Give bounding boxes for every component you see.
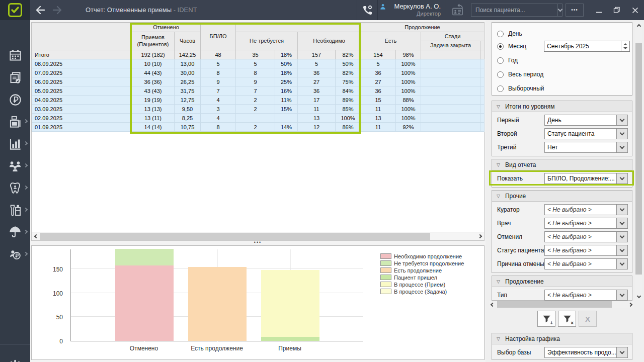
scroll-right-icon[interactable] [627,301,634,308]
section-header-continuation[interactable]: ▽Продолжение [492,276,632,287]
filter-horizontal-scrollbar[interactable] [489,301,634,308]
scrollbar-thumb[interactable] [635,43,642,275]
table-horizontal-scrollbar[interactable] [32,232,484,240]
table-cell: 10 (10) [132,59,175,68]
chevron-down-icon[interactable] [616,173,628,184]
sidebar-item-schedule[interactable] [0,44,30,66]
table-row[interactable]: 05.09.202543 (43)31,757716%3684%36100% [32,86,485,96]
bar-segment [115,249,174,265]
chevron-down-icon[interactable] [557,4,562,16]
chevron-down-icon[interactable] [616,258,628,269]
bar-segment [188,267,247,341]
sidebar-item-reports[interactable] [0,133,30,155]
scroll-left-icon[interactable] [32,232,40,240]
level2-select[interactable]: Статус пациента [544,128,620,139]
column-header-stadi[interactable]: Стади [421,32,485,41]
scroll-down-icon[interactable] [635,292,642,300]
column-header-bplo[interactable]: БП/ЛО [201,23,236,50]
chevron-down-icon[interactable] [616,142,628,153]
table-row[interactable]: 07.09.202544 (43)30,008818%3682%36100% [32,68,485,77]
section-header-report-view[interactable]: ▽Вид отчета [492,159,632,170]
chevron-down-icon[interactable] [616,245,628,256]
chevron-down-icon[interactable] [616,290,628,301]
sidebar-item-treatment[interactable] [0,177,30,199]
patient-status-select[interactable]: < Не выбрано > [544,245,620,256]
show-select[interactable]: БП/ЛО, Продолжение:... [544,173,620,184]
radio-day[interactable]: День [497,30,522,38]
chevron-down-icon[interactable] [616,128,628,139]
chevron-down-icon[interactable] [616,115,628,126]
column-header-ne-trebuetsya[interactable]: Не требуется [236,32,298,50]
panel-splitter[interactable]: ••• [31,241,485,245]
table-row-total[interactable]: Итого192 (182)142,25483518%15782%15498% [32,50,485,59]
minimize-icon[interactable] [590,0,608,20]
sidebar-item-salary[interactable] [0,243,30,265]
scrollbar-thumb[interactable] [497,301,612,308]
sidebar-item-insurance[interactable] [0,221,30,243]
radio-month[interactable]: Месяц [497,42,526,50]
column-header-neobhodimo[interactable]: Необходимо [298,32,361,50]
column-header-chasov[interactable]: Часов [175,32,201,50]
spinner-buttons[interactable] [621,41,629,51]
scroll-right-icon[interactable] [475,232,484,240]
sidebar-item-payments[interactable] [0,88,30,111]
filter-vertical-scrollbar[interactable] [635,22,642,300]
chevron-down-icon[interactable] [616,218,628,229]
table-row[interactable]: 08.09.202510 (10)13,005550%550%5100% [32,59,485,68]
type-select[interactable]: < Не выбрано > [544,290,620,301]
sidebar-item-tasks[interactable] [0,66,30,88]
section-header-levels[interactable]: ▽Итоги по уровням [492,101,632,112]
section-header-chart-settings[interactable]: ▽Настройка графика [492,333,632,344]
level3-select[interactable]: Нет [544,142,620,153]
scrollbar-thumb[interactable] [40,233,430,240]
sidebar-item-patients[interactable] [0,155,30,177]
spin-up-icon[interactable] [623,43,627,45]
column-group-prodolzhenie[interactable]: Продолжение [361,23,485,32]
doctor-select[interactable]: < Не выбрано > [544,218,620,229]
patient-card-icon[interactable] [447,0,469,20]
radio-custom[interactable]: Выборочный [497,84,544,93]
app-logo[interactable] [0,0,30,20]
table-row[interactable]: 02.09.202513 (11)8,25413100%13100% [32,114,485,123]
cancel-reason-select[interactable]: < Не выбрано > [544,258,620,269]
table-row[interactable]: 03.09.202513 (13)9,503215%1185%11100% [32,105,485,114]
current-user[interactable]: Меркулов А. О. Директор [378,0,441,20]
sidebar-item-medicine[interactable] [0,199,30,221]
level1-select[interactable]: День [544,115,620,126]
column-group-otmeneno[interactable]: Отменено [132,23,201,32]
sidebar-item-settings[interactable] [0,355,30,362]
table-row[interactable]: 04.09.202519 (19)12,754211%1789%1588% [32,96,485,105]
curator-select[interactable]: < Не выбрано > [544,204,620,215]
column-header-priemov[interactable]: Приемов (Пациентов) [132,32,175,50]
table-cell [236,114,275,123]
table-cell: 9 [201,77,236,86]
section-header-other[interactable]: ▽Прочие [492,191,632,202]
clear-filter-button[interactable]: × [558,311,576,327]
column-header-est[interactable]: Есть [361,32,421,50]
base-select[interactable]: Эффективность продо... [544,347,620,358]
add-filter-button[interactable]: + [537,311,555,327]
table-row[interactable]: 01.09.202514 (14)10,758214%1286%1192% [32,123,485,132]
sidebar-item-cash-register[interactable] [0,111,30,133]
month-spinner[interactable]: Сентябрь 2025 [544,41,630,52]
chevron-down-icon[interactable] [616,347,628,358]
telephony-settings-icon[interactable] [357,0,377,20]
scroll-up-icon[interactable] [635,22,642,30]
column-header-zadacha-zakryta[interactable]: Задача закрыта [421,41,480,50]
cancelled-by-select[interactable]: < Не выбрано > [544,231,620,242]
radio-year[interactable]: Год [497,56,518,64]
close-icon[interactable] [626,0,644,20]
forward-icon[interactable] [50,4,64,16]
search-input[interactable] [471,4,557,16]
chevron-down-icon[interactable] [616,204,628,215]
radio-whole-period[interactable]: Весь период [497,70,543,78]
table-row[interactable]: 06.09.202536 (36)26,259925%2775%27100% [32,77,485,86]
column-group-unnamed[interactable] [236,23,361,32]
more-options-button[interactable]: ••• [566,4,584,17]
restore-icon[interactable] [608,0,626,20]
spin-down-icon[interactable] [623,47,627,49]
chevron-down-icon[interactable] [616,231,628,242]
back-icon[interactable] [33,4,47,16]
scroll-left-icon[interactable] [489,301,496,308]
column-header-label[interactable] [32,23,132,50]
